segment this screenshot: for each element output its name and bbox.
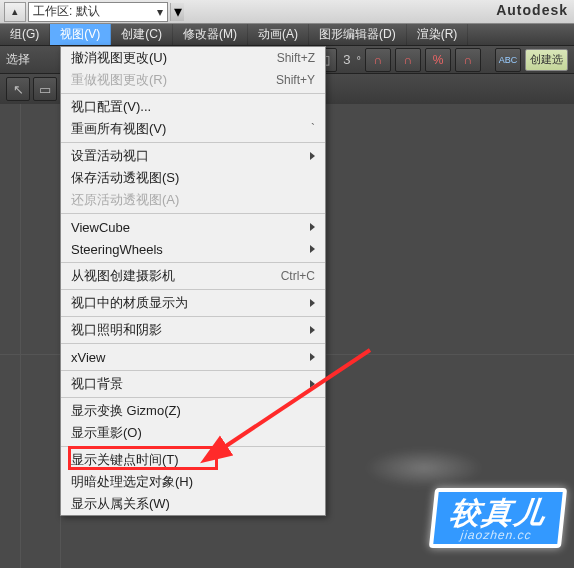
menu-item-label: 视口中的材质显示为 — [71, 294, 300, 312]
chevron-down-icon: ▾ — [157, 5, 163, 19]
menu-item-label: 从视图创建摄影机 — [71, 267, 271, 285]
submenu-arrow-icon — [310, 245, 315, 253]
menu-item-label: 明暗处理选定对象(H) — [71, 473, 315, 491]
menu-item[interactable]: 显示关键点时间(T) — [61, 449, 325, 471]
menu-shortcut: Shift+Z — [277, 51, 315, 65]
submenu-arrow-icon — [310, 380, 315, 388]
magnet-icon[interactable]: ∩ — [365, 48, 391, 72]
menu-rendering[interactable]: 渲染(R) — [407, 24, 469, 45]
decorative-cloud — [364, 448, 484, 488]
menu-item[interactable]: 撤消视图更改(U)Shift+Z — [61, 47, 325, 69]
magnet-icon[interactable]: ∩ — [455, 48, 481, 72]
menu-item[interactable]: 视口照明和阴影 — [61, 319, 325, 341]
menu-view[interactable]: 视图(V) — [50, 24, 111, 45]
menu-item-label: 视口照明和阴影 — [71, 321, 300, 339]
view-menu-dropdown: 撤消视图更改(U)Shift+Z重做视图更改(R)Shift+Y视口配置(V).… — [60, 46, 326, 516]
menu-item: 还原活动透视图(A) — [61, 189, 325, 211]
menu-item[interactable]: 从视图创建摄影机Ctrl+C — [61, 265, 325, 287]
menu-item-label: 重做视图更改(R) — [71, 71, 266, 89]
menu-item-label: 保存活动透视图(S) — [71, 169, 315, 187]
menu-item[interactable]: 明暗处理选定对象(H) — [61, 471, 325, 493]
submenu-arrow-icon — [310, 326, 315, 334]
chevron-down-icon: ▾ — [174, 2, 182, 21]
menu-item[interactable]: 视口背景 — [61, 373, 325, 395]
qat-dropdown-button[interactable]: ▾ — [170, 3, 184, 21]
menu-separator — [61, 370, 325, 371]
watermark: 较真儿 jiaozhen.cc — [429, 488, 567, 548]
submenu-arrow-icon — [310, 353, 315, 361]
menu-item-label: 显示变换 Gizmo(Z) — [71, 402, 315, 420]
menu-item[interactable]: 显示重影(O) — [61, 422, 325, 444]
menu-item-label: 设置活动视口 — [71, 147, 300, 165]
menu-graph-editors[interactable]: 图形编辑器(D) — [309, 24, 407, 45]
arrow-cursor-icon[interactable]: ↖ — [6, 77, 30, 101]
abc-icon[interactable]: ABC — [495, 48, 521, 72]
create-selection-button[interactable]: 创建选 — [525, 49, 568, 71]
menu-separator — [61, 142, 325, 143]
workspace-combo[interactable]: 工作区: 默认 ▾ — [28, 2, 168, 22]
menu-item-label: 显示从属关系(W) — [71, 495, 315, 513]
main-menubar: 组(G) 视图(V) 创建(C) 修改器(M) 动画(A) 图形编辑器(D) 渲… — [0, 24, 574, 46]
menu-item-label: SteeringWheels — [71, 242, 300, 257]
menu-group[interactable]: 组(G) — [0, 24, 50, 45]
menu-item[interactable]: 保存活动透视图(S) — [61, 167, 325, 189]
magnet-icon[interactable]: ∩ — [395, 48, 421, 72]
menu-separator — [61, 446, 325, 447]
watermark-sub: jiaozhen.cc — [447, 528, 544, 542]
menu-shortcut: Ctrl+C — [281, 269, 315, 283]
menu-item[interactable]: ViewCube — [61, 216, 325, 238]
menu-item[interactable]: 设置活动视口 — [61, 145, 325, 167]
submenu-arrow-icon — [310, 152, 315, 160]
menu-item-label: 显示关键点时间(T) — [71, 451, 315, 469]
menu-item-label: 还原活动透视图(A) — [71, 191, 315, 209]
quick-access-toolbar: ▴ 工作区: 默认 ▾ ▾ Autodesk — [0, 0, 574, 24]
menu-separator — [61, 93, 325, 94]
menu-item-label: ViewCube — [71, 220, 300, 235]
menu-modifiers[interactable]: 修改器(M) — [173, 24, 248, 45]
menu-item[interactable]: 显示从属关系(W) — [61, 493, 325, 515]
menu-animation[interactable]: 动画(A) — [248, 24, 309, 45]
menu-shortcut: Shift+Y — [276, 73, 315, 87]
menu-separator — [61, 262, 325, 263]
menu-item[interactable]: SteeringWheels — [61, 238, 325, 260]
menu-separator — [61, 397, 325, 398]
submenu-arrow-icon — [310, 299, 315, 307]
watermark-main: 较真儿 — [449, 498, 548, 528]
workspace-label: 工作区: 默认 — [33, 3, 100, 20]
menu-item[interactable]: 视口配置(V)... — [61, 96, 325, 118]
brand-label: Autodesk — [496, 2, 568, 18]
menu-separator — [61, 316, 325, 317]
qat-button[interactable]: ▴ — [4, 2, 26, 22]
menu-separator — [61, 343, 325, 344]
select-label: 选择 — [6, 51, 30, 68]
menu-shortcut: ` — [311, 122, 315, 136]
menu-item[interactable]: 重画所有视图(V)` — [61, 118, 325, 140]
angle-value: 3 — [343, 52, 350, 67]
menu-create[interactable]: 创建(C) — [111, 24, 173, 45]
menu-item[interactable]: 显示变换 Gizmo(Z) — [61, 400, 325, 422]
degree-icon: ° — [357, 54, 361, 66]
menu-item[interactable]: xView — [61, 346, 325, 368]
menu-item-label: 显示重影(O) — [71, 424, 315, 442]
menu-item-label: 视口配置(V)... — [71, 98, 315, 116]
menu-item-label: 视口背景 — [71, 375, 300, 393]
submenu-arrow-icon — [310, 223, 315, 231]
menu-item-label: xView — [71, 350, 300, 365]
menu-separator — [61, 289, 325, 290]
menu-item-label: 重画所有视图(V) — [71, 120, 301, 138]
selection-icon[interactable]: ▭ — [33, 77, 57, 101]
menu-item: 重做视图更改(R)Shift+Y — [61, 69, 325, 91]
menu-separator — [61, 213, 325, 214]
menu-item-label: 撤消视图更改(U) — [71, 49, 267, 67]
percent-icon[interactable]: % — [425, 48, 451, 72]
menu-item[interactable]: 视口中的材质显示为 — [61, 292, 325, 314]
